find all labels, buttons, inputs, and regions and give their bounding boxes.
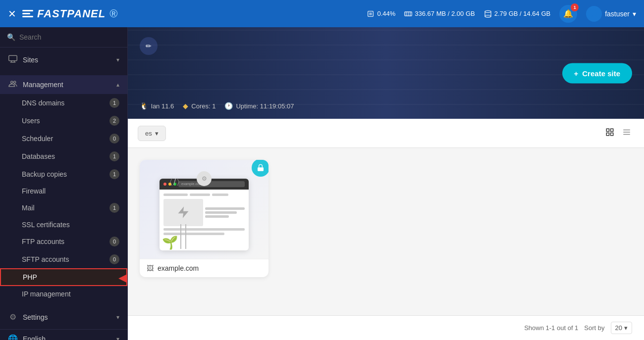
server-banner: ✏ 🐧 lan 11.6 ◆ Cores: 1 🕐 Uptime: 11:19:… bbox=[128, 27, 644, 119]
grid-view-button[interactable] bbox=[602, 125, 617, 142]
management-chevron-icon: ▴ bbox=[116, 81, 119, 88]
dns-label: DNS domains bbox=[22, 99, 64, 107]
sort-chevron-icon: ▾ bbox=[624, 324, 628, 332]
ftp-badge: 0 bbox=[109, 237, 119, 246]
sidebar-item-php[interactable]: PHP ◀ bbox=[0, 268, 127, 286]
sites-icon bbox=[8, 55, 18, 65]
settings-label: Settings bbox=[23, 313, 48, 321]
sidebar-item-dns[interactable]: DNS domains 1 bbox=[0, 94, 127, 112]
red-arrow-icon: ◀ bbox=[118, 269, 128, 286]
svg-rect-17 bbox=[611, 133, 613, 136]
sidebar-item-ip[interactable]: IP management bbox=[0, 286, 127, 302]
svg-point-12 bbox=[11, 81, 13, 83]
sidebar-item-ftp[interactable]: FTP accounts 0 bbox=[0, 233, 127, 250]
uptime-label: Uptime: 11:19:05:07 bbox=[236, 102, 294, 110]
svg-rect-16 bbox=[606, 133, 609, 136]
sidebar: 🔍 Sites ▾ Mana bbox=[0, 27, 128, 340]
nav-section-sites: Sites ▾ bbox=[0, 48, 127, 72]
ftp-label: FTP accounts bbox=[22, 238, 64, 245]
sites-label: Sites bbox=[23, 56, 38, 64]
sftp-label: SFTP accounts bbox=[22, 255, 69, 263]
disk-stat: 2.79 GB / 14.64 GB bbox=[484, 10, 550, 18]
sort-value: 20 bbox=[615, 324, 622, 332]
firewall-label: Firewall bbox=[22, 187, 46, 195]
nav-section-settings: ⚙ Settings ▾ bbox=[0, 305, 127, 329]
mail-label: Mail bbox=[22, 204, 35, 212]
plan-label: lan 11.6 bbox=[151, 102, 174, 110]
uptime-icon: 🕐 bbox=[224, 102, 233, 110]
bottom-bar: Shown 1-1 out of 1 Sort by 20 ▾ bbox=[128, 315, 644, 340]
site-card[interactable]: ⚙ 〈/〉 example.com bbox=[140, 160, 268, 277]
username-label: fastuser bbox=[605, 10, 630, 18]
sort-by-label: Sort by bbox=[584, 324, 604, 332]
logo-registered: ® bbox=[109, 7, 118, 20]
databases-label: Databases bbox=[22, 152, 55, 160]
php-label: PHP bbox=[23, 273, 37, 281]
settings-icon: ⚙ bbox=[8, 312, 18, 322]
sidebar-item-settings[interactable]: ⚙ Settings ▾ bbox=[0, 308, 127, 326]
sidebar-item-sftp[interactable]: SFTP accounts 0 bbox=[0, 250, 127, 268]
sidebar-item-sites[interactable]: Sites ▾ bbox=[0, 50, 127, 69]
sidebar-item-language[interactable]: 🌐 English ▾ bbox=[0, 330, 127, 340]
users-label: Users bbox=[22, 117, 40, 125]
close-button[interactable]: ✕ bbox=[8, 8, 16, 20]
svg-point-6 bbox=[485, 10, 491, 12]
plan-info: 🐧 lan 11.6 bbox=[140, 102, 174, 110]
svg-rect-15 bbox=[611, 129, 613, 131]
sidebar-item-scheduler[interactable]: Scheduler 0 bbox=[0, 130, 127, 147]
filter-chevron-icon: ▾ bbox=[155, 130, 159, 137]
databases-badge: 1 bbox=[109, 151, 119, 161]
cpu-label: 0.44% bbox=[377, 10, 395, 17]
mail-badge: 1 bbox=[109, 203, 119, 213]
notification-badge: 1 bbox=[571, 3, 579, 11]
sort-dropdown[interactable]: 20 ▾ bbox=[611, 322, 632, 334]
svg-rect-14 bbox=[606, 129, 609, 131]
filter-dropdown-button[interactable]: es ▾ bbox=[138, 126, 166, 141]
cores-label: Cores: 1 bbox=[191, 102, 215, 110]
header-left: ✕ FASTPANEL ® bbox=[8, 7, 118, 20]
search-input[interactable] bbox=[19, 33, 120, 41]
list-view-button[interactable] bbox=[619, 125, 634, 142]
sidebar-item-users[interactable]: Users 2 bbox=[0, 112, 127, 130]
sites-grid: ⚙ 〈/〉 example.com bbox=[128, 148, 644, 315]
sftp-badge: 0 bbox=[109, 254, 119, 264]
management-label: Management bbox=[23, 81, 63, 89]
svg-rect-8 bbox=[9, 55, 17, 61]
sidebar-item-backup[interactable]: Backup copies 1 bbox=[0, 165, 127, 183]
ram-label: 336.67 MB / 2.00 GB bbox=[415, 10, 475, 17]
sidebar-item-databases[interactable]: Databases 1 bbox=[0, 147, 127, 165]
settings-chevron-icon: ▾ bbox=[116, 314, 119, 321]
top-header: ✕ FASTPANEL ® 0.44% 336.67 MB / 2.00 GB … bbox=[0, 0, 644, 27]
server-edit-button[interactable]: ✏ bbox=[140, 37, 158, 55]
scheduler-badge: 0 bbox=[109, 134, 119, 144]
language-icon: 🌐 bbox=[8, 334, 18, 340]
svg-point-7 bbox=[485, 15, 491, 17]
site-domain-label: example.com bbox=[158, 264, 199, 272]
sidebar-item-ssl[interactable]: SSL certificates bbox=[0, 217, 127, 233]
cores-info: ◆ Cores: 1 bbox=[183, 102, 215, 110]
nav-section-management: Management ▴ DNS domains 1 Users 2 Sched… bbox=[0, 72, 127, 305]
user-menu-button[interactable]: 👤 fastuser ▾ bbox=[586, 6, 636, 22]
content-area: ✏ 🐧 lan 11.6 ◆ Cores: 1 🕐 Uptime: 11:19:… bbox=[128, 27, 644, 340]
logo-text: FASTPANEL bbox=[37, 7, 106, 20]
plan-icon: 🐧 bbox=[140, 102, 148, 110]
dns-badge: 1 bbox=[109, 98, 119, 108]
svg-rect-21 bbox=[258, 167, 264, 171]
user-chevron-icon: ▾ bbox=[633, 10, 636, 18]
uptime-info: 🕐 Uptime: 11:19:05:07 bbox=[224, 102, 294, 110]
ssl-label: SSL certificates bbox=[22, 221, 70, 229]
logo-icon bbox=[22, 10, 33, 17]
main-layout: 🔍 Sites ▾ Mana bbox=[0, 27, 644, 340]
sidebar-item-mail[interactable]: Mail 1 bbox=[0, 199, 127, 217]
management-icon bbox=[8, 80, 18, 90]
notifications-button[interactable]: 🔔 1 bbox=[559, 5, 577, 23]
create-site-button[interactable]: + Create site bbox=[562, 63, 632, 83]
backup-label: Backup copies bbox=[22, 170, 67, 178]
filter-label: es bbox=[145, 130, 152, 137]
sidebar-item-management[interactable]: Management ▴ bbox=[0, 75, 127, 94]
sidebar-footer: 🌐 English ▾ bbox=[0, 329, 127, 340]
language-chevron-icon: ▾ bbox=[116, 336, 119, 340]
search-icon: 🔍 bbox=[7, 33, 15, 41]
language-label: English bbox=[23, 335, 46, 340]
sidebar-item-firewall[interactable]: Firewall bbox=[0, 183, 127, 199]
